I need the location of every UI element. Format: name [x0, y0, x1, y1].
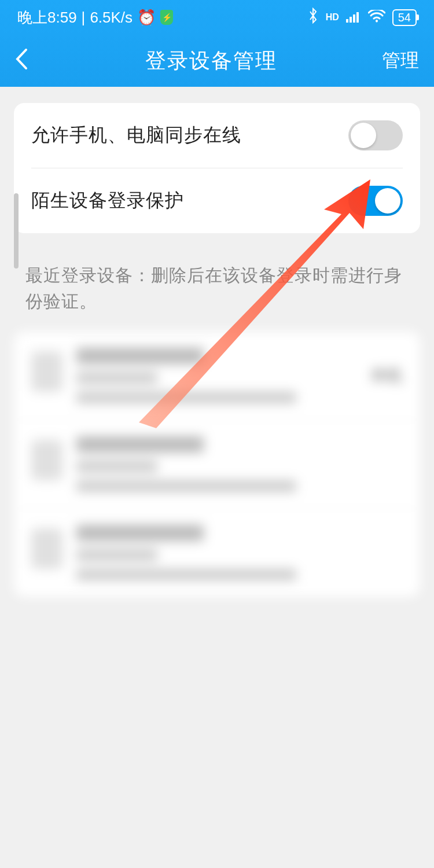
alarm-icon: ⏰	[137, 9, 156, 27]
device-detail-blurred	[76, 569, 296, 580]
device-protect-toggle[interactable]	[348, 186, 403, 216]
navigation-bar: 登录设备管理 管理	[0, 35, 434, 87]
manage-button[interactable]: 管理	[373, 48, 419, 73]
hd-icon: HD	[326, 12, 339, 23]
device-name-blurred	[76, 436, 204, 453]
back-button[interactable]	[15, 48, 50, 74]
svg-rect-2	[353, 14, 355, 23]
device-name-blurred	[76, 348, 204, 364]
device-info	[76, 436, 403, 492]
local-device-tag: 本机	[370, 365, 403, 387]
device-sub-blurred	[76, 549, 157, 561]
status-right: HD 54	[307, 8, 417, 28]
status-bar: 晚上8:59 | 6.5K/s ⏰ ⚡ HD 54	[0, 0, 434, 35]
device-name-blurred	[76, 525, 204, 541]
toggle-knob	[375, 188, 400, 214]
scroll-indicator	[14, 193, 19, 269]
device-item[interactable]: 本机	[14, 332, 420, 420]
svg-rect-3	[356, 12, 359, 23]
sync-online-row: 允许手机、电脑同步在线	[14, 103, 420, 168]
device-info	[76, 525, 403, 580]
signal-icon	[346, 9, 361, 27]
status-time: 晚上8:59	[17, 8, 77, 28]
device-sub-blurred	[76, 372, 157, 384]
device-icon	[31, 440, 62, 480]
sync-online-label: 允许手机、电脑同步在线	[31, 123, 241, 148]
shield-icon: ⚡	[160, 10, 173, 25]
toggle-knob	[351, 123, 376, 148]
device-icon	[31, 351, 62, 392]
device-item[interactable]	[14, 420, 420, 509]
svg-rect-0	[346, 19, 348, 23]
sync-online-toggle[interactable]	[348, 120, 403, 150]
status-separator: |	[82, 9, 86, 27]
svg-point-4	[376, 20, 378, 22]
device-info	[76, 348, 356, 403]
wifi-icon	[368, 9, 385, 27]
content-area: 允许手机、电脑同步在线 陌生设备登录保护 最近登录设备：删除后在该设备登录时需进…	[0, 103, 434, 597]
device-detail-blurred	[76, 480, 296, 492]
status-speed: 6.5K/s	[90, 9, 133, 27]
device-sub-blurred	[76, 461, 157, 472]
battery-indicator: 54	[392, 9, 417, 26]
device-detail-blurred	[76, 392, 296, 403]
status-left: 晚上8:59 | 6.5K/s ⏰ ⚡	[17, 8, 173, 28]
settings-card: 允许手机、电脑同步在线 陌生设备登录保护	[14, 103, 420, 233]
page-title: 登录设备管理	[145, 47, 277, 75]
device-protect-row: 陌生设备登录保护	[14, 168, 420, 233]
battery-level: 54	[398, 11, 411, 24]
device-icon	[31, 528, 62, 569]
info-text: 最近登录设备：删除后在该设备登录时需进行身份验证。	[0, 233, 434, 332]
bluetooth-icon	[307, 8, 319, 28]
device-protect-label: 陌生设备登录保护	[31, 188, 184, 214]
device-list: 本机	[14, 332, 420, 597]
device-item[interactable]	[14, 509, 420, 597]
svg-rect-1	[350, 17, 352, 23]
